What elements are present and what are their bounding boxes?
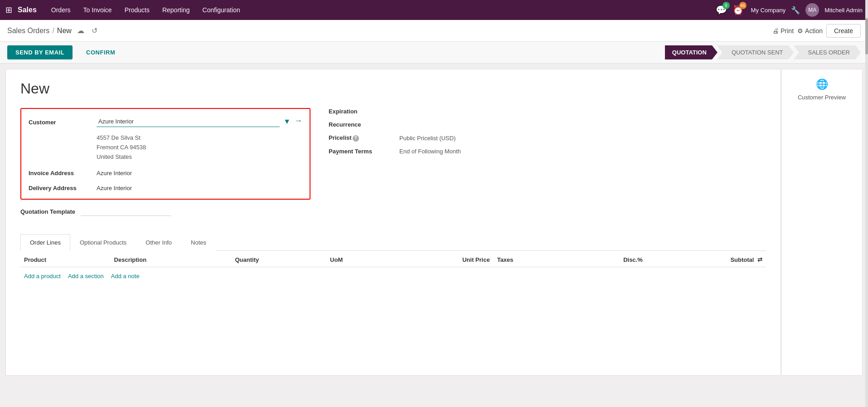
customer-input-wrap: ▼: [97, 116, 291, 127]
tab-order-lines[interactable]: Order Lines: [20, 234, 70, 251]
status-quotation-sent[interactable]: QUOTATION SENT: [717, 45, 794, 59]
pricelist-help-icon[interactable]: ?: [353, 135, 359, 142]
settings-icon[interactable]: 🔧: [791, 6, 800, 15]
tabs: Order Lines Optional Products Other Info…: [20, 234, 766, 251]
page-title: New: [20, 80, 766, 97]
customer-input[interactable]: [97, 116, 280, 127]
recurrence-label: Recurrence: [329, 121, 392, 128]
recurrence-row: Recurrence: [329, 121, 766, 128]
pricelist-value[interactable]: Public Pricelist (USD): [399, 135, 456, 142]
scrollbar[interactable]: [865, 0, 868, 381]
cloud-icon[interactable]: ☁: [75, 25, 86, 37]
print-button[interactable]: 🖨 Print: [772, 27, 794, 34]
breadcrumb: Sales Orders / New: [7, 27, 72, 35]
status-pipeline: QUOTATION QUOTATION SENT SALES ORDER: [665, 45, 861, 59]
add-product-link[interactable]: Add a product: [24, 273, 61, 280]
tab-other-info[interactable]: Other Info: [136, 234, 181, 251]
payment-terms-row: Payment Terms End of Following Month: [329, 148, 766, 155]
printer-icon: 🖨: [772, 27, 779, 34]
external-link-icon[interactable]: →: [294, 116, 302, 126]
side-panel: 🌐 Customer Preview: [781, 69, 863, 376]
col-taxes: Taxes: [494, 251, 565, 267]
col-disc: Disc.%: [565, 251, 646, 267]
confirm-button[interactable]: CONFIRM: [78, 45, 123, 59]
company-name[interactable]: My Company: [751, 7, 786, 14]
scroll-thumb[interactable]: [865, 18, 868, 54]
pricelist-row: Pricelist? Public Pricelist (USD): [329, 134, 766, 142]
payment-terms-label: Payment Terms: [329, 148, 392, 155]
clock-button[interactable]: ⏰ 46: [732, 5, 744, 15]
expiration-row: Expiration: [329, 108, 766, 115]
tab-notes[interactable]: Notes: [181, 234, 216, 251]
customer-address-block: 4557 De Silva St Fremont CA 94538 United…: [97, 133, 146, 162]
dropdown-icon[interactable]: ▼: [283, 118, 291, 126]
col-uom: UoM: [326, 251, 388, 267]
tab-optional-products[interactable]: Optional Products: [70, 234, 136, 251]
quotation-template-label: Quotation Template: [20, 208, 75, 215]
main-content: New Customer ▼ →: [0, 64, 868, 381]
quotation-template-input[interactable]: [81, 207, 171, 216]
customer-preview-label[interactable]: Customer Preview: [798, 94, 846, 101]
address-line2: Fremont CA 94538: [97, 143, 146, 152]
nav-products[interactable]: Products: [119, 3, 155, 17]
address-line3: United States: [97, 152, 146, 162]
delivery-address-label: Delivery Address: [29, 182, 97, 191]
top-icons: 💬 9 ⏰ 46 My Company 🔧 MA Mitchell Admin: [716, 3, 863, 17]
address-label-spacer: [29, 132, 97, 135]
nav-configuration[interactable]: Configuration: [197, 3, 246, 17]
col-product: Product: [20, 251, 111, 267]
nav-to-invoice[interactable]: To Invoice: [78, 3, 117, 17]
invoice-address-row: Invoice Address Azure Interior: [29, 167, 302, 177]
col-quantity: Quantity: [231, 251, 326, 267]
add-links: Add a product Add a section Add a note: [20, 267, 766, 285]
invoice-address-value[interactable]: Azure Interior: [97, 167, 302, 177]
message-badge: 9: [723, 2, 730, 9]
invoice-address-label: Invoice Address: [29, 167, 97, 177]
customer-row: Customer ▼ →: [29, 116, 302, 127]
gear-icon: ⚙: [797, 27, 803, 34]
nav-reporting[interactable]: Reporting: [157, 3, 195, 17]
two-col-layout: Customer ▼ → 4557 De Silva St Fremont CA…: [20, 108, 766, 225]
col-subtotal: Subtotal ⇄: [646, 251, 766, 267]
add-section-link[interactable]: Add a section: [68, 273, 104, 280]
refresh-icon[interactable]: ↺: [90, 25, 99, 37]
quotation-template-row: Quotation Template: [20, 207, 310, 216]
breadcrumb-sep: /: [52, 27, 54, 35]
nav-orders[interactable]: Orders: [46, 3, 76, 17]
message-button[interactable]: 💬 9: [716, 5, 727, 15]
action-bar: SEND BY EMAIL CONFIRM QUOTATION QUOTATIO…: [0, 42, 868, 64]
globe-icon[interactable]: 🌐: [816, 78, 828, 90]
form-area: New Customer ▼ →: [5, 69, 781, 376]
right-column: Expiration Recurrence Pricelist? Public …: [329, 108, 766, 225]
status-quotation[interactable]: QUOTATION: [665, 45, 718, 59]
address-line1: 4557 De Silva St: [97, 133, 146, 143]
grid-icon[interactable]: ⊞: [5, 5, 12, 15]
avatar[interactable]: MA: [805, 3, 819, 17]
breadcrumb-current: New: [57, 27, 72, 35]
payment-terms-value[interactable]: End of Following Month: [399, 148, 461, 155]
status-sales-order[interactable]: SALES ORDER: [794, 45, 861, 59]
columns-config-icon[interactable]: ⇄: [757, 256, 762, 263]
breadcrumb-parent[interactable]: Sales Orders: [7, 27, 49, 35]
create-button[interactable]: Create: [826, 24, 861, 38]
top-nav: ⊞ Sales Orders To Invoice Products Repor…: [0, 0, 868, 20]
secondary-toolbar: Sales Orders / New ☁ ↺ 🖨 Print ⚙ Action …: [0, 20, 868, 42]
order-table: Product Description Quantity UoM Unit Pr…: [20, 251, 766, 267]
clock-badge: 46: [739, 2, 747, 9]
user-name: Mitchell Admin: [824, 7, 863, 14]
add-note-link[interactable]: Add a note: [111, 273, 140, 280]
action-button[interactable]: ⚙ Action: [797, 27, 823, 34]
pricelist-label: Pricelist?: [329, 134, 392, 142]
send-email-button[interactable]: SEND BY EMAIL: [7, 45, 73, 59]
app-name[interactable]: Sales: [18, 6, 37, 14]
left-column: Customer ▼ → 4557 De Silva St Fremont CA…: [20, 108, 310, 225]
delivery-address-value[interactable]: Azure Interior: [97, 182, 302, 191]
expiration-label: Expiration: [329, 108, 392, 115]
customer-section: Customer ▼ → 4557 De Silva St Fremont CA…: [20, 108, 310, 200]
delivery-address-row: Delivery Address Azure Interior: [29, 182, 302, 191]
col-unit-price: Unit Price: [388, 251, 494, 267]
customer-label: Customer: [29, 116, 97, 126]
col-description: Description: [111, 251, 232, 267]
address-block-row: 4557 De Silva St Fremont CA 94538 United…: [29, 132, 302, 162]
